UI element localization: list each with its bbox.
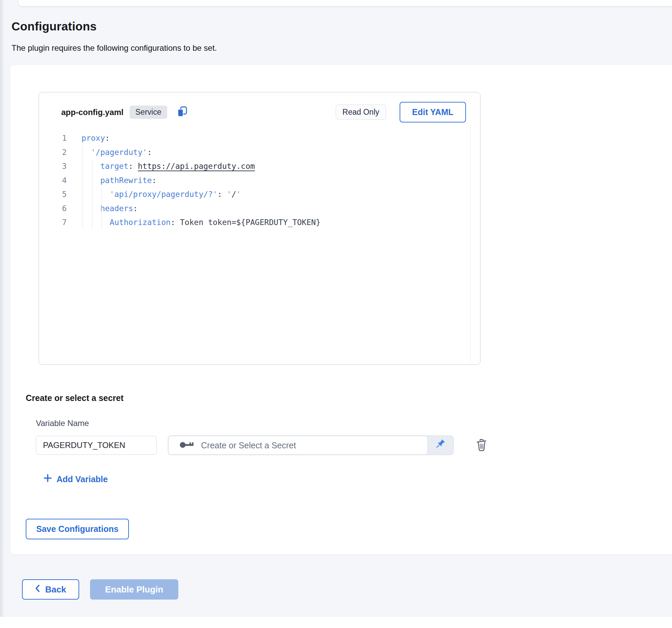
variable-row: Create or Select a Secret xyxy=(36,435,672,455)
save-configurations-button[interactable]: Save Configurations xyxy=(26,519,129,539)
chevron-left-icon xyxy=(35,584,40,595)
plus-icon xyxy=(43,473,52,485)
yaml-editor-panel: app-config.yaml Service Read Only Edit Y… xyxy=(39,92,480,365)
editor-scrollbar-gutter[interactable] xyxy=(470,125,471,362)
copy-icon xyxy=(177,106,188,118)
indent-guide xyxy=(92,160,92,229)
yaml-editor-header: app-config.yaml Service Read Only Edit Y… xyxy=(39,92,480,127)
page-subtitle: The plugin requires the following config… xyxy=(12,43,672,53)
code-editor-area[interactable]: 1proxy:2 '/pagerduty':3 target: https://… xyxy=(39,131,480,348)
secret-section-heading: Create or select a secret xyxy=(26,393,672,403)
delete-variable-button[interactable] xyxy=(475,438,488,453)
code-line: 6 headers: xyxy=(39,202,480,216)
copy-yaml-button[interactable] xyxy=(177,106,188,118)
pushpin-icon xyxy=(434,439,447,452)
indent-guide xyxy=(83,145,83,229)
variable-name-input[interactable] xyxy=(36,436,157,455)
code-line: 3 target: https://api.pagerduty.com xyxy=(39,159,480,174)
code-line: 7 Authorization: Token token=${PAGERDUTY… xyxy=(39,216,480,230)
enable-plugin-button[interactable]: Enable Plugin xyxy=(90,579,178,600)
secret-select[interactable]: Create or Select a Secret xyxy=(168,435,454,455)
secret-select-placeholder: Create or Select a Secret xyxy=(201,441,296,450)
code-line: 5 'api/proxy/pagerduty/?': '/' xyxy=(39,187,480,202)
read-only-badge: Read Only xyxy=(336,105,386,120)
back-button[interactable]: Back xyxy=(22,579,79,600)
back-button-label: Back xyxy=(45,584,66,595)
page-title: Configurations xyxy=(12,0,672,33)
edit-yaml-button[interactable]: Edit YAML xyxy=(400,102,466,122)
main-content: Configurations The plugin requires the f… xyxy=(0,0,672,600)
footer-actions: Back Enable Plugin xyxy=(22,579,672,600)
code-lines: 1proxy:2 '/pagerduty':3 target: https://… xyxy=(39,131,480,230)
config-filename: app-config.yaml xyxy=(61,108,124,117)
variable-name-label: Variable Name xyxy=(36,419,672,428)
key-icon xyxy=(179,440,195,450)
add-variable-label: Add Variable xyxy=(57,474,108,484)
plugin-configuration-page: Configurations The plugin requires the f… xyxy=(0,0,672,628)
indent-guide xyxy=(102,188,102,229)
code-line: 4 pathRewrite: xyxy=(39,174,480,188)
code-line: 1proxy: xyxy=(39,131,480,145)
add-variable-button[interactable]: Add Variable xyxy=(43,473,108,485)
code-line: 2 '/pagerduty': xyxy=(39,145,480,160)
configurations-card: app-config.yaml Service Read Only Edit Y… xyxy=(10,65,672,554)
trash-icon xyxy=(475,438,488,453)
secret-select-field[interactable]: Create or Select a Secret xyxy=(168,436,428,455)
service-type-chip: Service xyxy=(130,106,167,119)
pin-secret-button[interactable] xyxy=(428,436,453,455)
